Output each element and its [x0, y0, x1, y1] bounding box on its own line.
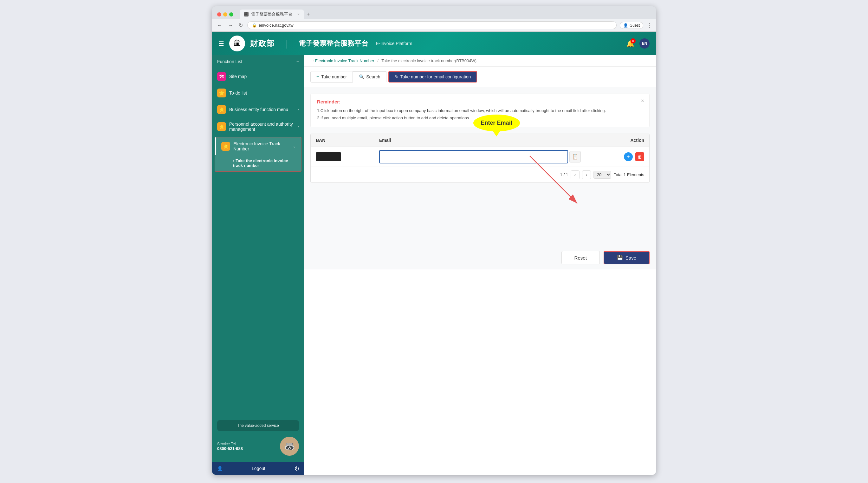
sidebar-label-todo: To-do list — [229, 90, 247, 95]
address-bar: ← → ↻ 🔒 einvoice.nat.gov.tw 👤 Guest ⋮ — [212, 19, 656, 32]
reminder-close-button[interactable]: × — [641, 98, 644, 105]
tab-email-config-label: Take number for email configuration — [400, 74, 471, 79]
sidebar-item-sitemap[interactable]: 🗺 Site map — [212, 68, 304, 85]
content-area: Reminder: 1.Click button on the right of… — [304, 87, 656, 246]
sub-item-label: Take the electronic invoice track number — [233, 158, 288, 168]
ban-cell — [316, 152, 379, 161]
main-content: ::: Electronic Invoice Track Number / Ta… — [304, 55, 656, 475]
col-action: Action — [581, 138, 644, 143]
address-field[interactable]: 🔒 einvoice.nat.gov.tw — [247, 21, 617, 29]
action-delete-button[interactable]: 🗑 — [635, 152, 644, 161]
total-elements-label: Total 1 Elements — [614, 172, 644, 177]
sidebar-item-einvoice[interactable]: ⭐ Electronic Invoice Track Number ⌄ — [215, 137, 301, 155]
sidebar: Function List − 🗺 Site map ⭐ To-do list … — [212, 55, 304, 475]
save-icon: 💾 — [617, 255, 623, 260]
sidebar-item-business[interactable]: ⭐ Business entity function menu › — [212, 101, 304, 118]
new-tab-button[interactable]: + — [304, 10, 313, 19]
guest-label: Guest — [629, 23, 640, 28]
sidebar-label-business: Business entity function menu — [229, 107, 288, 112]
callout-text: Enter Email — [481, 120, 512, 126]
sidebar-header: Function List − — [212, 55, 304, 68]
business-icon: ⭐ — [217, 105, 226, 114]
tab-edit-icon: ✎ — [395, 74, 399, 79]
sidebar-label-personnel: Personnel account and authority manageme… — [229, 121, 294, 132]
table-header: BAN Email Action — [311, 134, 649, 147]
sidebar-item-todo[interactable]: ⭐ To-do list — [212, 85, 304, 101]
forward-button[interactable]: → — [227, 21, 234, 30]
todo-icon: ⭐ — [217, 89, 226, 97]
tab-email-config[interactable]: ✎ Take number for email configuration — [389, 71, 477, 83]
tab-close-button[interactable]: × — [298, 12, 300, 17]
save-label: Save — [625, 255, 636, 260]
tab-take-number[interactable]: + Take number — [310, 71, 353, 83]
minimize-traffic-light[interactable] — [223, 12, 227, 17]
email-paste-button[interactable]: 📋 — [569, 151, 581, 163]
email-cell: 📋 — [379, 150, 581, 164]
sidebar-collapse-icon[interactable]: − — [297, 59, 299, 64]
data-table: BAN Email Action — [310, 134, 650, 183]
header-title-main: 電子發票整合服務平台 — [299, 39, 368, 48]
reminder-title: Reminder: — [317, 99, 643, 105]
logout-icon: ⏻ — [294, 466, 299, 471]
tab-search[interactable]: 🔍 Search — [353, 72, 386, 82]
sidebar-sub-item-take-number[interactable]: • Take the electronic invoice track numb… — [215, 155, 301, 171]
logo-icon: 🏛 — [234, 39, 241, 48]
sidebar-einvoice-group: ⭐ Electronic Invoice Track Number ⌄ • Ta… — [215, 137, 302, 172]
page-prev-button[interactable]: ‹ — [570, 170, 580, 179]
business-chevron: › — [298, 107, 299, 112]
breadcrumb: ::: Electronic Invoice Track Number / Ta… — [304, 55, 656, 67]
sidebar-footer: The value-added service Service Tel 0800… — [212, 416, 304, 462]
page-size-select[interactable]: 20 50 100 — [593, 171, 611, 179]
tabs-row: + Take number 🔍 Search ✎ Take number for… — [304, 67, 656, 87]
breadcrumb-prefix: ::: — [310, 58, 315, 63]
einvoice-chevron: ⌄ — [292, 144, 296, 148]
service-tel: 0800-521-988 — [217, 446, 243, 451]
personnel-chevron: › — [298, 124, 299, 129]
sidebar-item-personnel[interactable]: ⭐ Personnel account and authority manage… — [212, 118, 304, 136]
active-tab[interactable]: 🏛 電子發票整合服務平台 × — [240, 9, 304, 19]
profile-icon: 👤 — [623, 23, 628, 28]
email-input[interactable] — [379, 150, 568, 164]
header-title-zh: 財政部 — [250, 38, 275, 49]
refresh-button[interactable]: ↻ — [238, 21, 244, 30]
header-right-section: 🔔 0 EN — [626, 38, 650, 49]
breadcrumb-current: Take the electronic invoice track number… — [381, 58, 476, 63]
back-button[interactable]: ← — [216, 21, 223, 30]
action-add-button[interactable]: + — [624, 152, 633, 161]
table-row: 📋 + 🗑 — [311, 147, 649, 167]
tab-search-icon: 🔍 — [359, 74, 364, 79]
sidebar-label-sitemap: Site map — [229, 74, 247, 79]
service-banner-text: The value-added service — [237, 423, 279, 428]
ban-value-block — [316, 152, 341, 161]
maximize-traffic-light[interactable] — [229, 12, 233, 17]
table-wrapper: Enter Email BAN Email Action — [310, 134, 650, 183]
logout-label: Logout — [252, 466, 265, 471]
header-logo: 🏛 — [229, 35, 245, 51]
browser-window: 🏛 電子發票整合服務平台 × + ← → ↻ 🔒 einvoice.nat.go… — [212, 6, 656, 475]
pagination-row: 1 / 1 ‹ › 20 50 100 Total 1 Elements — [311, 167, 649, 182]
einvoice-icon: ⭐ — [221, 142, 230, 151]
browser-titlebar: 🏛 電子發票整合服務平台 × + — [212, 6, 656, 19]
close-traffic-light[interactable] — [217, 12, 221, 17]
callout-bubble: Enter Email — [473, 115, 520, 132]
page-next-button[interactable]: › — [582, 170, 591, 179]
hamburger-menu-button[interactable]: ☰ — [218, 40, 224, 47]
col-email: Email — [379, 138, 581, 143]
callout-tail — [493, 131, 500, 137]
service-info: Service Tel 0800-521-988 🦝 — [217, 434, 299, 458]
tab-plus-icon: + — [316, 74, 319, 80]
browser-menu-icon[interactable]: ⋮ — [646, 22, 652, 29]
notification-button[interactable]: 🔔 0 — [626, 40, 634, 47]
tab-favicon: 🏛 — [244, 12, 249, 17]
language-button[interactable]: EN — [640, 38, 650, 49]
app-header: ☰ 🏛 財政部 ｜ 電子發票整合服務平台 E-Invoice Platform … — [212, 32, 656, 55]
service-tel-label: Service Tel — [217, 442, 243, 446]
sidebar-label-einvoice: Electronic Invoice Track Number — [233, 141, 289, 151]
reminder-line-1: 1.Click button on the right of the input… — [317, 107, 643, 114]
logout-row[interactable]: 👤 Logout ⏻ — [212, 462, 304, 475]
save-button[interactable]: 💾 Save — [603, 251, 650, 264]
guest-profile-button[interactable]: 👤 Guest — [620, 22, 643, 29]
header-divider: ｜ — [282, 37, 291, 50]
reset-button[interactable]: Reset — [561, 251, 600, 264]
breadcrumb-link-einvoice[interactable]: Electronic Invoice Track Number — [315, 58, 374, 63]
